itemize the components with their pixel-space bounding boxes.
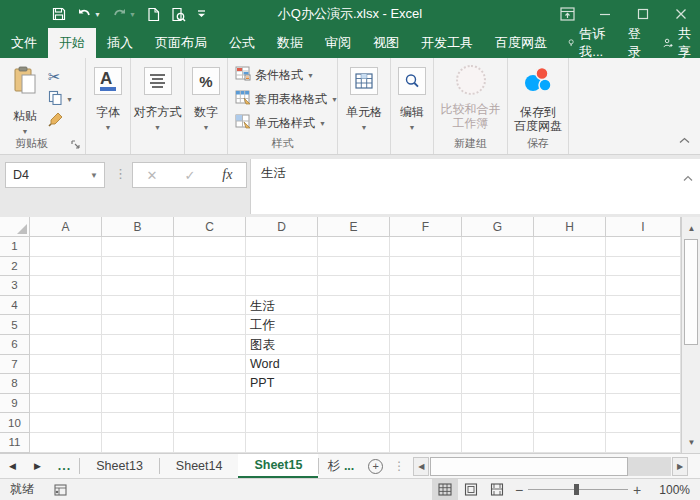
tab-view[interactable]: 视图 — [362, 28, 410, 58]
cell-I8[interactable] — [606, 374, 681, 394]
cell-F7[interactable] — [390, 355, 462, 375]
save-button[interactable] — [48, 3, 70, 25]
cell-D4[interactable]: 生活 — [246, 296, 318, 316]
cell-H11[interactable] — [534, 433, 606, 453]
cell-styles-button[interactable]: 单元格样式 ▼ — [235, 114, 326, 132]
copy-button[interactable]: ▼ — [48, 88, 73, 110]
cell-D9[interactable] — [246, 394, 318, 414]
cell-B7[interactable] — [102, 355, 174, 375]
cell-C9[interactable] — [174, 394, 246, 414]
cell-I6[interactable] — [606, 335, 681, 355]
number-collapsed-button[interactable]: % 数字 ▼ — [185, 67, 227, 131]
alignment-collapsed-button[interactable]: 对齐方式 ▼ — [131, 67, 184, 131]
cell-A10[interactable] — [30, 413, 102, 433]
sign-in-button[interactable]: 登录 — [618, 28, 651, 58]
cell-D5[interactable]: 工作 — [246, 315, 318, 335]
select-all-corner[interactable] — [0, 217, 30, 237]
cell-I2[interactable] — [606, 257, 681, 277]
new-file-button[interactable] — [143, 3, 164, 25]
cell-F5[interactable] — [390, 315, 462, 335]
cell-I11[interactable] — [606, 433, 681, 453]
column-header-A[interactable]: A — [30, 217, 102, 237]
cell-H5[interactable] — [534, 315, 606, 335]
save-to-baidu-button[interactable]: 保存到 百度网盘 — [508, 65, 568, 133]
column-header-I[interactable]: I — [606, 217, 681, 237]
cell-G4[interactable] — [462, 296, 534, 316]
cell-I9[interactable] — [606, 394, 681, 414]
cell-F6[interactable] — [390, 335, 462, 355]
format-as-table-button[interactable]: 套用表格格式 ▼ — [235, 90, 338, 108]
zoom-slider[interactable] — [528, 479, 628, 500]
cell-H6[interactable] — [534, 335, 606, 355]
cell-H9[interactable] — [534, 394, 606, 414]
cell-H7[interactable] — [534, 355, 606, 375]
print-preview-button[interactable] — [167, 3, 190, 25]
cell-H3[interactable] — [534, 276, 606, 296]
cell-C1[interactable] — [174, 237, 246, 257]
cell-A2[interactable] — [30, 257, 102, 277]
row-header-6[interactable]: 6 — [0, 335, 30, 355]
sheet-nav-left-icon[interactable]: ◀ — [0, 454, 25, 478]
row-header-9[interactable]: 9 — [0, 394, 30, 414]
sheet-tab-sheet13[interactable]: Sheet13 — [80, 454, 159, 478]
cell-E7[interactable] — [318, 355, 390, 375]
row-header-5[interactable]: 5 — [0, 315, 30, 335]
row-header-11[interactable]: 11 — [0, 433, 30, 453]
share-button[interactable]: 共享 — [651, 28, 700, 58]
column-header-C[interactable]: C — [174, 217, 246, 237]
paste-button[interactable]: 粘贴 ▼ — [6, 66, 44, 135]
cell-F8[interactable] — [390, 374, 462, 394]
cell-G9[interactable] — [462, 394, 534, 414]
cell-C3[interactable] — [174, 276, 246, 296]
collapse-ribbon-button[interactable] — [679, 130, 690, 148]
vertical-scrollbar[interactable]: ▲ ▼ — [681, 217, 700, 453]
insert-function-icon[interactable]: fx — [222, 167, 232, 183]
tab-baidu-netdisk[interactable]: 百度网盘 — [484, 28, 558, 58]
cell-D7[interactable]: Word — [246, 355, 318, 375]
cell-B1[interactable] — [102, 237, 174, 257]
sheet-tab-sheet15-active[interactable]: Sheet15 — [238, 454, 318, 478]
tab-formulas[interactable]: 公式 — [218, 28, 266, 58]
cell-A5[interactable] — [30, 315, 102, 335]
sheet-overflow-indicator[interactable]: ... — [50, 454, 79, 478]
tab-home[interactable]: 开始 — [48, 28, 96, 58]
cell-F9[interactable] — [390, 394, 462, 414]
scroll-down-icon[interactable]: ▼ — [684, 434, 699, 450]
cell-E11[interactable] — [318, 433, 390, 453]
column-header-D[interactable]: D — [246, 217, 318, 237]
cell-A1[interactable] — [30, 237, 102, 257]
cell-A11[interactable] — [30, 433, 102, 453]
cell-C4[interactable] — [174, 296, 246, 316]
cell-A6[interactable] — [30, 335, 102, 355]
tab-file[interactable]: 文件 — [0, 28, 48, 58]
cell-E5[interactable] — [318, 315, 390, 335]
row-header-10[interactable]: 10 — [0, 413, 30, 433]
cell-D6[interactable]: 图表 — [246, 335, 318, 355]
cut-button[interactable]: ✂ — [48, 66, 73, 88]
sheet-tab-partial[interactable]: 杉 ... — [319, 454, 362, 478]
cell-B11[interactable] — [102, 433, 174, 453]
cell-D3[interactable] — [246, 276, 318, 296]
minimize-button[interactable] — [586, 0, 624, 28]
scroll-up-icon[interactable]: ▲ — [684, 220, 699, 236]
cell-D2[interactable] — [246, 257, 318, 277]
cell-B4[interactable] — [102, 296, 174, 316]
cell-E4[interactable] — [318, 296, 390, 316]
tab-review[interactable]: 审阅 — [314, 28, 362, 58]
cell-G10[interactable] — [462, 413, 534, 433]
view-normal-button[interactable] — [432, 479, 458, 500]
zoom-slider-thumb[interactable] — [574, 484, 579, 495]
cell-I3[interactable] — [606, 276, 681, 296]
cell-F10[interactable] — [390, 413, 462, 433]
tell-me-box[interactable]: 告诉我... — [558, 28, 618, 58]
maximize-button[interactable] — [624, 0, 662, 28]
cell-B2[interactable] — [102, 257, 174, 277]
cell-C5[interactable] — [174, 315, 246, 335]
undo-button[interactable]: ▼ — [73, 3, 105, 25]
cell-H8[interactable] — [534, 374, 606, 394]
cell-C2[interactable] — [174, 257, 246, 277]
cells-collapsed-button[interactable]: 单元格 ▼ — [338, 67, 390, 131]
zoom-out-button[interactable]: − — [510, 482, 528, 498]
cell-G2[interactable] — [462, 257, 534, 277]
cell-E10[interactable] — [318, 413, 390, 433]
